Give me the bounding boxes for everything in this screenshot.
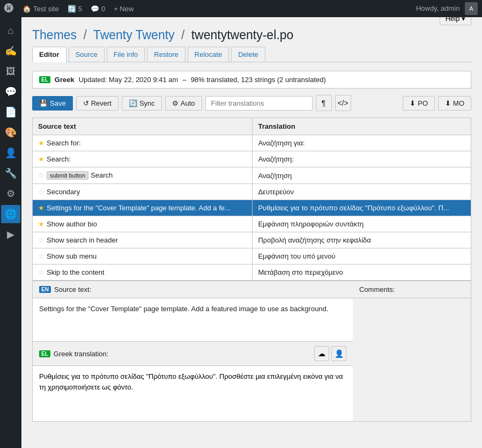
translation-panel-body[interactable]: Ρυθμίσεις για το πρότυπο σελίδας "Πρότυπ…: [33, 366, 353, 421]
comments-panel-body: [353, 298, 471, 341]
sync-button[interactable]: 🔄 Sync: [122, 96, 162, 111]
table-row[interactable]: ★Show author bioΕμφάνιση πληροφοριών συν…: [33, 216, 471, 232]
table-row[interactable]: ☆Show search in headerΠροβολή αναζήτησης…: [33, 232, 471, 248]
tab-relocate[interactable]: Relocate: [188, 47, 229, 62]
table-row[interactable]: ★Settings for the "Cover Template" page …: [33, 200, 471, 216]
site-name[interactable]: 🏠 Test site: [23, 5, 59, 13]
table-row[interactable]: ☆Skip to the contentΜετάβαση στο περιεχό…: [33, 265, 471, 281]
source-panel-body: Settings for the "Cover Template" page t…: [33, 298, 353, 341]
sidebar-item-translations[interactable]: 🌐: [1, 205, 20, 223]
star-icon-empty[interactable]: ☆: [38, 171, 45, 179]
status-bar: EL Greek Updated: May 22, 2020 9:41 am –…: [32, 71, 471, 89]
source-text: Settings for the "Cover Template" page t…: [47, 204, 231, 212]
table-cell-translation: Αναζήτηση:: [253, 151, 471, 167]
sidebar-item-dashboard[interactable]: ⌂: [1, 21, 20, 40]
tab-delete[interactable]: Delete: [231, 47, 265, 62]
translation-table: Source text Translation ★Search for:Αναζ…: [32, 117, 471, 281]
wp-logo[interactable]: 🅦: [4, 3, 14, 14]
auto-button[interactable]: ⚙ Auto: [165, 96, 202, 111]
editor-toolbar: 💾 Save ↺ Revert 🔄 Sync ⚙ Auto ¶ </> ⬇: [32, 95, 471, 111]
translation-panel-actions: ☁ 👤: [314, 346, 346, 361]
breadcrumb-themes[interactable]: Themes: [32, 28, 77, 42]
table-cell-translation: Εμφάνιση πληροφοριών συντάκτη: [253, 216, 471, 232]
tabs-container: Editor Source File info Restore Relocate…: [32, 47, 471, 62]
translation-panel-label: Greek translation:: [54, 350, 109, 358]
col-translation-header: Translation: [253, 118, 471, 135]
sidebar-item-appearance[interactable]: 🎨: [1, 123, 20, 142]
breadcrumb-sep1: /: [83, 28, 86, 42]
tab-source[interactable]: Source: [69, 47, 105, 62]
star-icon[interactable]: ★: [38, 139, 45, 147]
sidebar-item-comments[interactable]: 💬: [1, 83, 20, 101]
panels-grid: EN Source text: Settings for the "Cover …: [33, 281, 471, 421]
table-row[interactable]: ★Search for:Αναζήτηση για:: [33, 135, 471, 151]
table-cell-translation: Ρυθμίσεις για το πρότυπο σελίδας "Πρότυπ…: [253, 200, 471, 216]
breadcrumb: Themes / Twenty Twenty / twentytwenty-el…: [32, 28, 471, 42]
download-mo-button[interactable]: ⬇ MO: [438, 96, 471, 111]
star-icon[interactable]: ★: [38, 204, 45, 212]
star-icon-empty[interactable]: ☆: [38, 188, 45, 196]
download-po-icon: ⬇: [410, 99, 416, 107]
table-cell-source: ★Search for:: [33, 135, 253, 151]
star-icon[interactable]: ★: [38, 220, 45, 228]
source-panel-label: Source text:: [54, 285, 91, 293]
table-cell-translation: Δευτερεύον: [253, 184, 471, 200]
source-text: Show search in header: [47, 236, 118, 244]
table-row[interactable]: ☆Show sub menuΕμφάνιση του υπό μενού: [33, 248, 471, 265]
new-content-button[interactable]: + New: [114, 5, 134, 13]
history-translation-button[interactable]: 👤: [331, 346, 346, 361]
sidebar-item-users[interactable]: 👤: [1, 144, 20, 162]
source-and-translation-panels: EN Source text: Settings for the "Cover …: [33, 281, 353, 421]
admin-bar: 🅦 🏠 Test site 🔄 5 💬 0 + New Howdy, admin…: [0, 0, 482, 17]
star-icon-empty[interactable]: ☆: [38, 268, 45, 276]
sidebar-item-pages[interactable]: 📄: [1, 103, 20, 121]
tab-fileinfo[interactable]: File info: [107, 47, 145, 62]
table-row[interactable]: ☆SecondaryΔευτερεύον: [33, 184, 471, 200]
table-cell-translation: Εμφάνιση του υπό μενού: [253, 248, 471, 265]
comments-count[interactable]: 💬 0: [91, 5, 105, 13]
download-po-button[interactable]: ⬇ PO: [403, 96, 435, 111]
filter-input[interactable]: [205, 96, 313, 111]
language-name: Greek: [55, 76, 75, 84]
table-cell-source: ☆Show sub menu: [33, 248, 253, 265]
star-icon[interactable]: ★: [38, 155, 45, 163]
editor-panels: EN Source text: Settings for the "Cover …: [32, 281, 471, 422]
save-icon: 💾: [39, 99, 48, 107]
translation-progress: 98% translated, 123 strings (2 untransla…: [191, 76, 326, 84]
table-row[interactable]: ★Search:Αναζήτηση:: [33, 151, 471, 167]
sidebar-item-posts[interactable]: ✍: [1, 42, 20, 60]
export-buttons: ⬇ PO ⬇ MO: [403, 96, 471, 111]
sidebar-item-tools[interactable]: 🔧: [1, 164, 20, 182]
star-icon-empty[interactable]: ☆: [38, 252, 45, 260]
source-text-content: Settings for the "Cover Template" page t…: [39, 304, 346, 315]
sidebar-item-media[interactable]: 🖼: [1, 62, 20, 80]
star-icon-empty[interactable]: ☆: [38, 236, 45, 244]
main-content: Help ▾ Themes / Twenty Twenty / twentytw…: [21, 17, 482, 448]
source-text-panel: EN Source text: Settings for the "Cover …: [33, 281, 353, 341]
col-source-header: Source text: [33, 118, 253, 135]
lang-badge: EL: [39, 76, 50, 83]
comments-panel-header: Comments:: [353, 281, 471, 298]
source-text: Show author bio: [47, 220, 97, 228]
translation-textarea[interactable]: Ρυθμίσεις για το πρότυπο σελίδας "Πρότυπ…: [39, 371, 346, 414]
comments-panel: Comments:: [353, 281, 471, 421]
table-cell-translation: Αναζήτηση: [253, 167, 471, 184]
code-icon-btn[interactable]: </>: [335, 95, 351, 111]
updates-count[interactable]: 🔄 5: [68, 5, 82, 13]
tab-editor[interactable]: Editor: [32, 47, 66, 62]
tab-restore[interactable]: Restore: [147, 47, 186, 62]
upload-translation-button[interactable]: ☁: [314, 346, 329, 361]
save-button[interactable]: 💾 Save: [32, 96, 73, 111]
comments-panel-label: Comments:: [359, 285, 395, 293]
sidebar-item-play[interactable]: ▶: [1, 225, 20, 244]
revert-button[interactable]: ↺ Revert: [76, 96, 118, 111]
source-text: Skip to the content: [47, 268, 105, 276]
admin-avatar: A: [465, 2, 478, 15]
table-row[interactable]: ☆submit buttonSearchΑναζήτηση: [33, 167, 471, 184]
source-panel-header: EN Source text:: [33, 281, 353, 298]
sidebar-item-settings[interactable]: ⚙: [1, 185, 20, 203]
paragraph-icon-btn[interactable]: ¶: [316, 95, 332, 111]
breadcrumb-twentytwenty[interactable]: Twenty Twenty: [93, 28, 175, 42]
breadcrumb-filename: twentytwenty-el.po: [191, 28, 293, 42]
revert-icon: ↺: [83, 99, 89, 107]
